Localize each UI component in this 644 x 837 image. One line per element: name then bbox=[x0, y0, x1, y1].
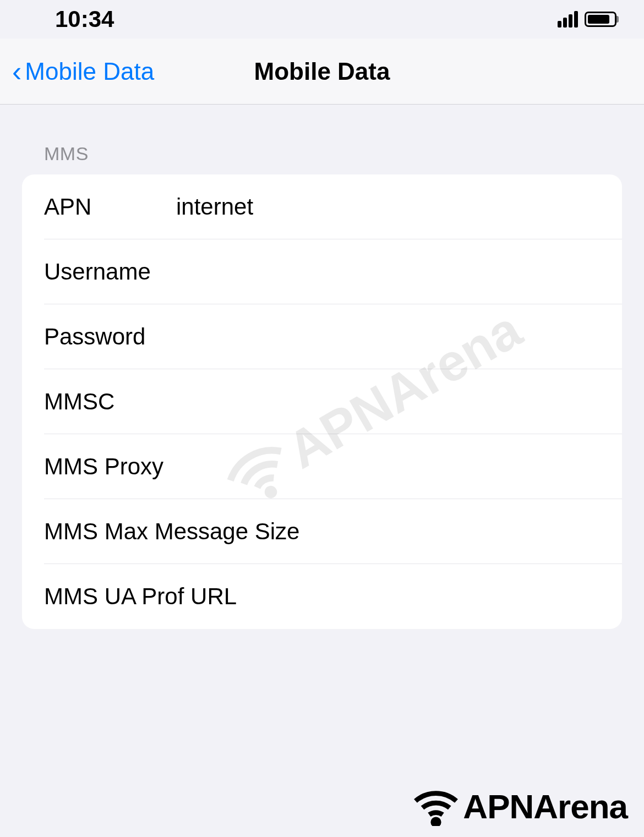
mmsc-label: MMSC bbox=[44, 389, 176, 415]
username-label: Username bbox=[44, 259, 176, 285]
mms-max-message-size-row[interactable]: MMS Max Message Size bbox=[22, 499, 622, 564]
mms-proxy-label: MMS Proxy bbox=[44, 453, 163, 480]
section-header-mms: MMS bbox=[22, 143, 622, 165]
username-row[interactable]: Username bbox=[22, 239, 622, 304]
mms-ua-prof-url-label: MMS UA Prof URL bbox=[44, 583, 237, 610]
mms-ua-prof-url-row[interactable]: MMS UA Prof URL bbox=[22, 564, 622, 629]
password-input[interactable] bbox=[176, 324, 600, 350]
status-bar: 10:34 bbox=[0, 0, 644, 39]
mmsc-input[interactable] bbox=[176, 389, 600, 415]
mms-proxy-input[interactable] bbox=[163, 453, 600, 480]
mms-settings-group: APN Username Password MMSC MMS Proxy MMS… bbox=[22, 174, 622, 629]
back-label: Mobile Data bbox=[25, 58, 154, 85]
back-button[interactable]: ‹ Mobile Data bbox=[0, 57, 154, 86]
mms-ua-prof-url-input[interactable] bbox=[237, 583, 600, 610]
apn-input[interactable] bbox=[176, 194, 600, 220]
wifi-icon bbox=[411, 787, 461, 826]
content-area: MMS APN Username Password MMSC MMS Proxy bbox=[0, 105, 644, 629]
mms-max-message-size-label: MMS Max Message Size bbox=[44, 518, 299, 545]
mmsc-row[interactable]: MMSC bbox=[22, 369, 622, 434]
footer-brand-text: APNArena bbox=[463, 787, 627, 826]
navigation-bar: ‹ Mobile Data Mobile Data bbox=[0, 39, 644, 105]
username-input[interactable] bbox=[176, 259, 600, 285]
svg-point-1 bbox=[433, 819, 439, 825]
status-indicators bbox=[558, 11, 616, 28]
password-label: Password bbox=[44, 324, 176, 350]
apn-label: APN bbox=[44, 194, 176, 220]
apn-row[interactable]: APN bbox=[22, 174, 622, 239]
mms-proxy-row[interactable]: MMS Proxy bbox=[22, 434, 622, 499]
mms-max-message-size-input[interactable] bbox=[299, 518, 600, 545]
battery-icon bbox=[585, 12, 616, 27]
cellular-signal-icon bbox=[558, 11, 578, 28]
chevron-left-icon: ‹ bbox=[12, 57, 21, 86]
password-row[interactable]: Password bbox=[22, 304, 622, 369]
status-time: 10:34 bbox=[55, 6, 114, 32]
page-title: Mobile Data bbox=[254, 58, 390, 85]
footer-logo: APNArena bbox=[411, 787, 627, 826]
